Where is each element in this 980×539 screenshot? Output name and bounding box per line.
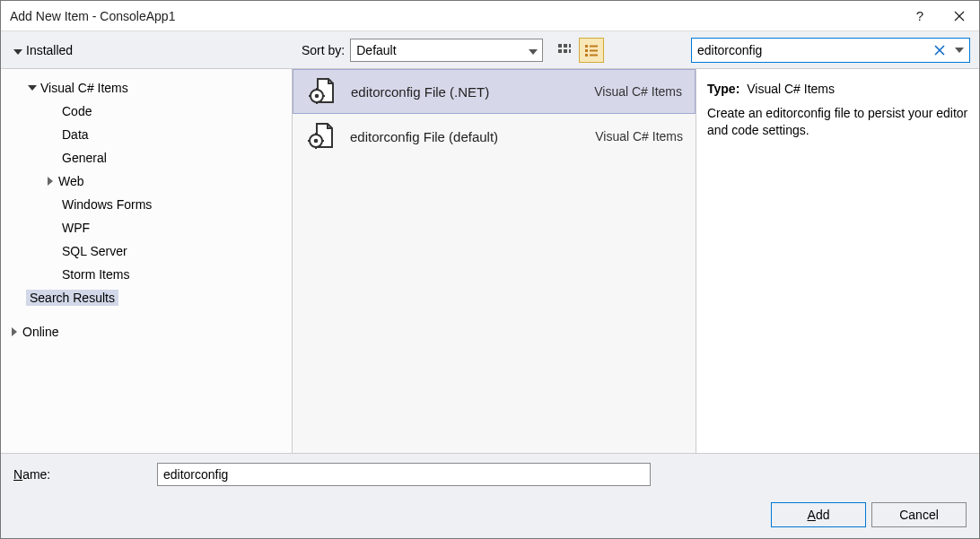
- search-input[interactable]: [692, 39, 930, 62]
- template-category: Visual C# Items: [594, 84, 682, 99]
- sort-area: Sort by:: [293, 39, 543, 62]
- tree-node-general[interactable]: General: [1, 146, 292, 170]
- svg-rect-13: [590, 54, 598, 56]
- editorconfig-file-icon: [304, 74, 340, 109]
- button-row: Add Cancel: [13, 502, 967, 527]
- chevron-down-icon: [955, 48, 964, 53]
- type-line: Type: Visual C# Items: [707, 82, 968, 96]
- chevron-down-icon: [26, 82, 39, 94]
- help-button[interactable]: ?: [900, 2, 940, 30]
- details-pane: Type: Visual C# Items Create an editorco…: [696, 69, 979, 453]
- tree-node-web[interactable]: Web: [1, 170, 292, 193]
- svg-point-17: [315, 94, 319, 99]
- grid-view-button[interactable]: [552, 38, 577, 63]
- template-name: editorconfig File (.NET): [351, 84, 585, 100]
- svg-rect-7: [569, 49, 571, 53]
- svg-rect-9: [590, 45, 598, 47]
- tree-header[interactable]: Installed: [1, 43, 293, 57]
- titlebar: Add New Item - ConsoleApp1 ?: [1, 1, 979, 31]
- add-new-item-dialog: Add New Item - ConsoleApp1 ? Installed S…: [0, 0, 980, 539]
- chevron-right-icon: [8, 326, 21, 338]
- name-label: Name:: [13, 467, 157, 482]
- toolbar: Installed Sort by:: [1, 31, 979, 69]
- window-title: Add New Item - ConsoleApp1: [10, 9, 900, 23]
- template-name: editorconfig File (default): [350, 129, 586, 144]
- svg-rect-8: [585, 45, 588, 48]
- tree-header-label: Installed: [26, 43, 73, 57]
- grid-icon: [557, 43, 572, 57]
- name-row: Name:: [13, 463, 967, 486]
- tree-node-winforms[interactable]: Windows Forms: [1, 193, 292, 216]
- template-category: Visual C# Items: [595, 129, 683, 143]
- svg-rect-3: [564, 44, 567, 48]
- sort-by-label: Sort by:: [302, 43, 345, 57]
- name-input[interactable]: [157, 463, 651, 486]
- category-tree: Visual C# Items Code Data General Web Wi…: [1, 69, 293, 453]
- sort-by-select[interactable]: [350, 39, 543, 62]
- close-icon: [934, 45, 945, 56]
- list-icon: [584, 43, 599, 57]
- close-button[interactable]: [940, 2, 979, 30]
- tree-node-data[interactable]: Data: [1, 123, 292, 146]
- template-list: editorconfig File (.NET) Visual C# Items: [293, 69, 696, 453]
- footer: Name: Add Cancel: [1, 453, 979, 538]
- tree-node-csharp-items[interactable]: Visual C# Items: [1, 76, 292, 100]
- template-item[interactable]: editorconfig File (.NET) Visual C# Items: [293, 69, 696, 114]
- tree-node-code[interactable]: Code: [1, 100, 292, 123]
- tree-node-search-results[interactable]: Search Results: [1, 286, 292, 309]
- list-view-button[interactable]: [579, 38, 604, 63]
- view-mode-buttons: [552, 38, 604, 63]
- svg-rect-11: [590, 49, 598, 51]
- tree-label: Visual C# Items: [40, 81, 128, 95]
- search-options-button[interactable]: [949, 39, 969, 62]
- search-box[interactable]: [691, 38, 970, 63]
- close-icon: [954, 11, 965, 22]
- tree-node-storm[interactable]: Storm Items: [1, 263, 292, 286]
- template-description: Create an editorconfig file to persist y…: [707, 105, 968, 139]
- svg-rect-10: [585, 49, 588, 52]
- chevron-right-icon: [44, 175, 57, 187]
- svg-rect-4: [558, 49, 562, 53]
- svg-rect-2: [558, 44, 562, 48]
- sort-by-value[interactable]: [350, 39, 543, 62]
- svg-rect-12: [585, 54, 588, 57]
- chevron-down-icon: [13, 43, 22, 57]
- type-label: Type:: [707, 82, 739, 96]
- editorconfig-file-icon: [303, 118, 339, 154]
- template-item[interactable]: editorconfig File (default) Visual C# It…: [293, 114, 696, 159]
- type-value: Visual C# Items: [747, 82, 835, 96]
- clear-search-button[interactable]: [930, 39, 949, 62]
- svg-rect-5: [564, 49, 567, 53]
- svg-point-23: [314, 139, 319, 143]
- tree-node-online[interactable]: Online: [1, 320, 292, 343]
- tree-node-sql[interactable]: SQL Server: [1, 239, 292, 263]
- cancel-button[interactable]: Cancel: [871, 502, 967, 527]
- main-area: Visual C# Items Code Data General Web Wi…: [1, 69, 979, 453]
- svg-rect-6: [569, 44, 571, 48]
- tree-node-wpf[interactable]: WPF: [1, 216, 292, 239]
- add-button[interactable]: Add: [771, 502, 866, 527]
